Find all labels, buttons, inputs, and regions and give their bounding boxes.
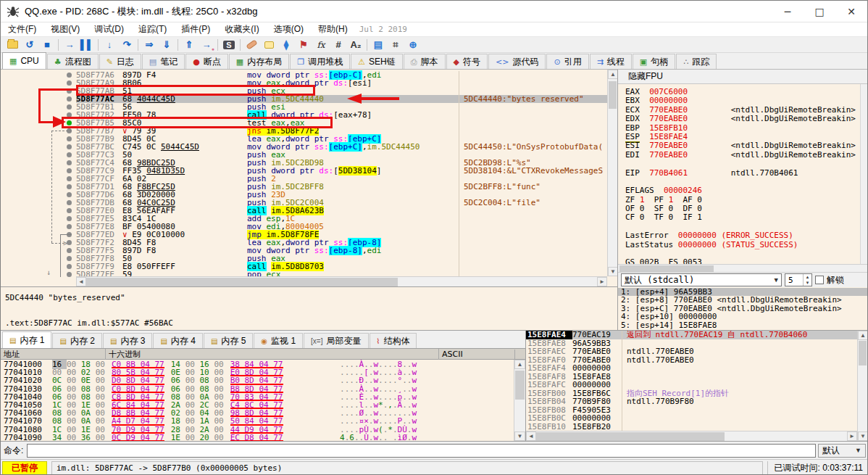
tab-ram-5[interactable]: ▤内存 5 <box>204 333 253 348</box>
menu-item[interactable]: 文件(F) <box>1 22 43 37</box>
command-convention-select[interactable]: 默认▼ <box>818 444 866 458</box>
assemble-text-icon[interactable]: A₂ <box>347 38 364 52</box>
references-icon: ⊙ <box>554 57 560 67</box>
dump-row[interactable]: 7704109034 00 36 000C D9 04 771E 00 20 0… <box>1 434 514 441</box>
command-label: 命令: <box>2 445 25 457</box>
menu-item[interactable]: 收藏夹(I) <box>217 22 266 37</box>
step-out-icon[interactable]: ⇓ <box>158 38 175 52</box>
step-into-icon[interactable]: ↓ <box>101 38 118 52</box>
tab-notes[interactable]: ▤笔记 <box>142 54 185 69</box>
tab-cpu[interactable]: ▦CPU <box>2 52 46 69</box>
patches-icon[interactable] <box>243 38 260 52</box>
dump-header-row: 地址 十六进制 ASCII <box>1 348 525 360</box>
registers-vertical-scrollbar[interactable] <box>860 84 867 264</box>
stack-pane[interactable]: 15E8FAE4770EAC19返回到 ntdll.770EAC19 自 ntd… <box>526 331 867 441</box>
memory-dump-pane[interactable]: 7704100016 00 18 00C0 8B 04 7714 00 16 0… <box>1 360 525 441</box>
tab-breakpoints[interactable]: ●断点 <box>185 54 228 69</box>
tab-source[interactable]: <>源代码 <box>488 54 546 69</box>
menu-item[interactable]: 调试(D) <box>87 22 131 37</box>
stack-row[interactable]: 15E8FAF400000000 <box>526 364 867 373</box>
tab-struct[interactable]: ⌇结构体 <box>370 333 417 348</box>
animate-icon[interactable]: S <box>220 38 238 52</box>
tab-ram-3[interactable]: ▤内存 3 <box>103 333 152 348</box>
tab-threads[interactable]: ⇉线程 <box>590 54 632 69</box>
argument-row[interactable]: 4: [esp+10] 00000000 <box>618 313 867 321</box>
tab-call-stack[interactable]: ❐调用堆栈 <box>290 54 350 69</box>
comments-icon[interactable] <box>260 38 277 52</box>
stepper-up-icon[interactable]: ▲ <box>804 274 811 280</box>
disasm-vertical-scrollbar[interactable]: ▲ ▼ <box>607 70 617 276</box>
close-button[interactable]: ✕ <box>835 1 867 22</box>
hash-icon[interactable]: # <box>330 38 347 52</box>
register-line[interactable]: GS 002B FS 0053 <box>625 258 867 264</box>
tab-handles[interactable]: ▣句柄 <box>633 54 675 69</box>
tab-watch-1[interactable]: ◉监视 1 <box>254 333 303 348</box>
step-over-icon[interactable]: ↷ <box>118 38 135 52</box>
tab-log[interactable]: ✎日志 <box>99 54 141 69</box>
stop-icon[interactable]: ■ <box>38 38 56 52</box>
stack-row[interactable]: 15E8FAFC00000000 <box>526 381 867 389</box>
tab-locals[interactable]: [x=]局部变量 <box>304 333 368 348</box>
execute-till-return-icon[interactable]: ⇑ <box>180 38 198 52</box>
stack-row[interactable]: 15E8FB1015E8FB20 <box>526 423 867 431</box>
restart-icon[interactable]: ↺ <box>21 38 38 52</box>
stack-vertical-scrollbar[interactable]: ▲ ▼ <box>857 331 867 441</box>
internet-icon[interactable]: ⊕ <box>404 38 422 52</box>
handles-icon: ▣ <box>640 57 647 67</box>
stack-row[interactable]: 15E8FAEC770EABE0ntdll.770EABE0 <box>526 347 867 356</box>
command-input[interactable] <box>27 444 816 458</box>
tab-script[interactable]: ⎙脚本 <box>404 54 446 69</box>
register-list[interactable]: EAX 007C6000EBX 00000000ECX 770EABE0 <nt… <box>618 84 867 264</box>
modules-icon[interactable]: ▤ <box>370 38 387 52</box>
menu-item[interactable]: 视图(V) <box>43 22 87 37</box>
tab-ram-1[interactable]: ▤内存 1 <box>2 331 51 348</box>
open-file-icon[interactable] <box>4 38 21 52</box>
debug-time: 已调试时间: 0:03:37:11 <box>767 461 863 475</box>
unlock-checkbox[interactable] <box>815 276 824 284</box>
stack-row[interactable]: 15E8FB0C00000000 <box>526 414 867 423</box>
argument-row[interactable]: 5: [esp+14] 15E8FAE8 <box>618 321 867 329</box>
stepper-down-icon[interactable]: ▼ <box>804 280 811 286</box>
registers-horizontal-scrollbar[interactable] <box>618 264 867 273</box>
calculator-icon[interactable]: ⌗ <box>387 38 404 52</box>
labels-icon[interactable]: ⧫ <box>277 38 295 52</box>
ram-icon: ▤ <box>9 336 16 344</box>
script-icon: ⎙ <box>411 57 417 67</box>
disassembly-pane[interactable]: 5D8F77A6897D F4mov dword ptr ss:[ebp-C],… <box>1 70 618 286</box>
register-line[interactable]: CF 0 TF 0 IF 1 <box>625 213 867 222</box>
menu-item[interactable]: 帮助(H) <box>311 22 355 37</box>
tab-trace[interactable]: ∴跟踪 <box>676 54 717 69</box>
run-to-user-code-icon[interactable]: →● <box>198 38 215 52</box>
run-icon[interactable]: → <box>61 38 78 52</box>
stack-horizontal-scrollbar[interactable]: ◄ ► <box>526 431 857 441</box>
tab-memory-map[interactable]: ▦内存布局 <box>229 54 289 69</box>
register-line[interactable]: LastStatus 00000000 (STATUS_SUCCESS) <box>625 241 867 249</box>
hide-fpu-button[interactable]: 隐藏FPU <box>618 70 867 84</box>
tab-seh-chain[interactable]: ⚠SEH链 <box>351 54 403 69</box>
argument-list[interactable]: 1: [esp+4] 96A59BB32: [esp+8] 770EABE0 <… <box>618 287 867 330</box>
tab-ram-4[interactable]: ▤内存 4 <box>153 333 202 348</box>
arg-count-stepper[interactable]: 5 ▲▼ <box>785 273 812 286</box>
menu-item[interactable]: 选项(O) <box>267 22 311 37</box>
stack-row[interactable]: 15E8FB04770B9F80ntdll.770B9F80 <box>526 397 867 406</box>
disasm-horizontal-scrollbar[interactable]: ◄ ► <box>76 276 607 286</box>
pause-icon[interactable]: ▌▌ <box>78 38 96 52</box>
bookmarks-icon[interactable]: ⚑ <box>295 38 312 52</box>
functions-icon[interactable]: fx <box>312 38 330 52</box>
calling-convention-select[interactable]: 默认 (stdcall)▼ <box>621 273 782 286</box>
tab-references[interactable]: ⊙引用 <box>546 54 588 69</box>
stack-row[interactable]: 15E8FAE4770EAC19返回到 ntdll.770EAC19 自 ntd… <box>526 331 867 339</box>
tab-graph[interactable]: ♣流程图 <box>47 54 99 69</box>
menu-item[interactable]: 追踪(T) <box>131 22 174 37</box>
status-bar: 已暂停 im.dll: 5D8F77AC -> 5D8F77B0 (0x0000… <box>1 459 867 475</box>
minimize-button[interactable]: ─ <box>772 1 804 22</box>
dump-vertical-scrollbar[interactable]: ▲ ▼ <box>514 360 525 441</box>
tab-ram-2[interactable]: ▤内存 2 <box>52 333 101 348</box>
toolbar-separator <box>240 39 241 51</box>
run-to-cursor-icon[interactable]: ⇒ <box>141 38 158 52</box>
maximize-button[interactable]: □ <box>804 1 835 22</box>
menu-item[interactable]: 插件(P) <box>174 22 217 37</box>
register-line[interactable]: EDI 770EABE0 <ntdll.DbgUiRemoteBreakin> <box>625 151 867 160</box>
register-line[interactable]: EIP 770B4061 ntdll.770B4061 <box>625 169 867 178</box>
tab-symbols[interactable]: ◆符号 <box>446 54 488 69</box>
